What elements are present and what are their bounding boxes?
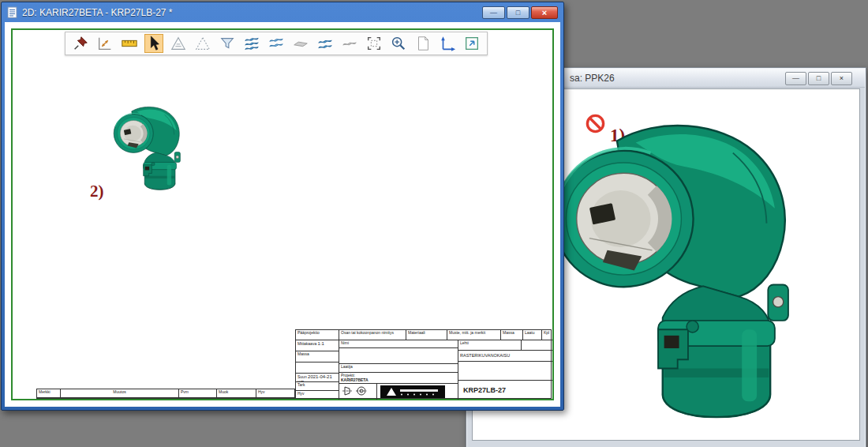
title-block-header: Muste, mitt. ja merkit — [447, 330, 501, 340]
close-button[interactable]: × — [531, 6, 558, 19]
zoom-window-icon[interactable] — [365, 34, 383, 53]
axes-icon[interactable] — [438, 34, 457, 53]
minimize-button[interactable]: — — [785, 72, 806, 85]
main-window-controls: — □ × — [482, 6, 558, 19]
author-cell: Laatija — [339, 364, 458, 373]
desktop: sa: PPK26 — □ × 1) 2D: KARIR27BETA - KRP… — [0, 0, 868, 447]
title-block-header: Massa — [501, 330, 523, 340]
revision-editor-cell: Muok — [217, 389, 256, 398]
layers-stack-alt-icon[interactable] — [267, 34, 286, 53]
zoom-in-icon[interactable] — [389, 34, 408, 53]
empty-cell — [339, 348, 458, 364]
projection-symbol-cell — [339, 384, 377, 400]
filter-icon[interactable] — [218, 34, 237, 53]
document-icon — [7, 6, 18, 19]
drawing-toolbar — [65, 32, 488, 55]
minimize-button[interactable]: — — [482, 6, 505, 19]
layer-wave-gray-icon[interactable] — [340, 34, 359, 53]
sign-hyv-cell: Hyv — [296, 391, 339, 400]
title-block-header: Laatu — [523, 330, 542, 340]
revision-approve-cell: Hyv — [256, 389, 294, 398]
revision-date-cell: Pvm — [179, 389, 217, 398]
fit-view-icon[interactable] — [462, 34, 481, 53]
secondary-window-controls: — □ × — [785, 72, 852, 85]
logo-box — [380, 385, 445, 398]
mass-cell: Massa — [296, 351, 339, 362]
pipe-fitting-raster-small — [111, 101, 184, 190]
dimension-icon[interactable] — [95, 34, 114, 53]
name-cell: Nimi — [339, 340, 458, 348]
revision-strip: Merkki Muutos Pvm Muok Hyv — [36, 389, 295, 399]
triangle-icon[interactable] — [169, 34, 188, 53]
layers-pair-icon[interactable] — [316, 34, 335, 53]
doc-title-cell: RASTERIKUVANOKAISU — [458, 351, 552, 362]
title-block-header: Pääprojektio — [296, 330, 339, 340]
revision-left-cell: Merkki — [37, 389, 61, 398]
company-logo-icon — [384, 386, 441, 397]
title-block-header: Osan tai kokoonpanon nimitys — [339, 330, 406, 340]
sheet-icon[interactable] — [413, 34, 432, 53]
projection-symbol-icon — [341, 385, 376, 397]
title-block-header: Materiaali — [406, 330, 447, 340]
doc-number-cell: KRP27LB-27 — [458, 381, 552, 400]
empty-cell — [296, 362, 339, 374]
empty-cell — [458, 362, 552, 381]
pipe-fitting-3d-large — [545, 105, 801, 419]
annotation-2: 2) — [90, 182, 104, 201]
layers-stack-icon[interactable] — [242, 34, 261, 53]
title-block-header: Kpl — [542, 330, 552, 340]
main-window: 2D: KARIR27BETA - KRP27LB-27 * — □ × — [1, 2, 564, 411]
logo-cell — [377, 384, 458, 400]
ruler-icon[interactable] — [120, 34, 139, 53]
sign-suun-cell: Suun 2021-04-21 KR — [296, 374, 339, 382]
close-button[interactable]: × — [831, 72, 852, 85]
select-arrow-icon[interactable] — [144, 34, 163, 53]
drawing-area: 2) Pääprojektio Osan tai kokoonpanon nim… — [5, 22, 560, 407]
title-block: Pääprojektio Osan tai kokoonpanon nimity… — [295, 329, 552, 399]
sheet-label-cell: Lehti — [458, 340, 522, 351]
revision-change-cell: Muutos — [61, 389, 179, 398]
triangle-dashed-icon[interactable] — [193, 34, 212, 53]
layer-flat-gray-icon[interactable] — [291, 34, 310, 53]
main-window-title: 2D: KARIR27BETA - KRP27LB-27 * — [22, 7, 173, 18]
maximize-button[interactable]: □ — [507, 6, 529, 19]
scale-cell: Mittakaava 1:1 — [296, 340, 339, 351]
pin-icon[interactable] — [71, 34, 90, 53]
main-titlebar[interactable]: 2D: KARIR27BETA - KRP27LB-27 * — □ × — [2, 3, 563, 22]
empty-cell — [522, 340, 552, 351]
maximize-button[interactable]: □ — [808, 72, 829, 85]
sign-tark-cell: Tark — [296, 382, 339, 391]
project-cell: Projekti:KARIR27BETA — [339, 373, 458, 384]
secondary-window-title: sa: PPK26 — [570, 73, 615, 84]
